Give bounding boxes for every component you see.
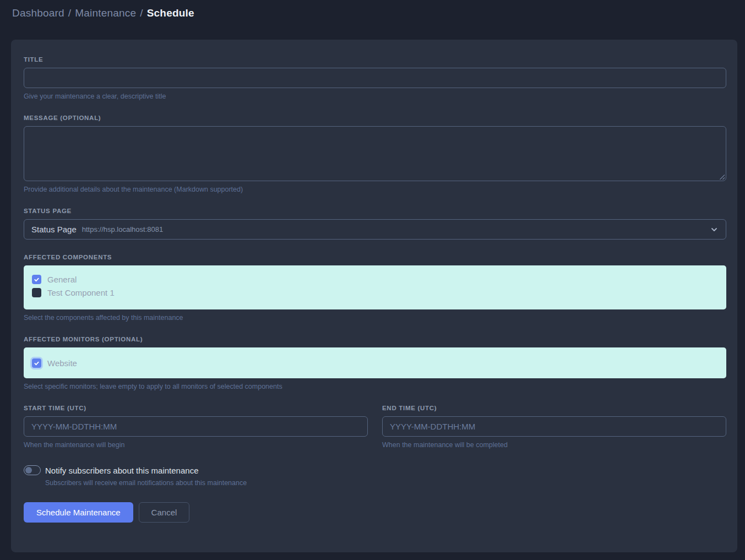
checkbox-website[interactable] [32,358,41,368]
affected-components-group: Affected Components General Test Compone… [24,254,726,322]
schedule-maintenance-button[interactable]: Schedule Maintenance [24,502,133,523]
notify-subscribers-label[interactable]: Notify subscribers about this maintenanc… [45,466,198,475]
title-helper-text: Give your maintenance a clear, descripti… [24,93,726,100]
affected-monitors-label: Affected Monitors (Optional) [24,336,726,342]
end-time-input[interactable] [382,416,726,437]
start-time-field-group: Start Time (UTC) When the maintenance wi… [24,405,368,449]
breadcrumb: Dashboard/Maintenance/Schedule [12,7,733,19]
affected-components-helper-text: Select the components affected by this m… [24,314,726,322]
time-fields-row: Start Time (UTC) When the maintenance wi… [24,405,726,449]
monitor-option-label[interactable]: Website [47,358,77,368]
notify-subscribers-toggle[interactable] [24,465,41,475]
message-field-group: Message (Optional) Provide additional de… [24,115,726,193]
status-page-selected-url: https://hsp.localhost:8081 [82,225,163,233]
breadcrumb-dashboard[interactable]: Dashboard [12,7,64,19]
title-field-group: Title Give your maintenance a clear, des… [24,56,726,100]
breadcrumb-separator: / [64,7,75,19]
affected-monitors-helper-text: Select specific monitors; leave empty to… [24,383,726,390]
cancel-button[interactable]: Cancel [139,502,190,523]
affected-components-label: Affected Components [24,254,726,260]
breadcrumb-current-schedule: Schedule [147,7,194,19]
component-option-test-component-1[interactable]: Test Component 1 [32,286,718,299]
schedule-maintenance-form-card: Title Give your maintenance a clear, des… [11,40,737,552]
status-page-label: Status Page [24,208,726,214]
affected-monitors-group: Affected Monitors (Optional) Website Sel… [24,336,726,390]
message-label: Message (Optional) [24,115,726,121]
message-helper-text: Provide additional details about the mai… [24,186,726,193]
chevron-down-icon [710,225,719,234]
title-input[interactable] [24,68,726,88]
affected-components-panel: General Test Component 1 [24,265,726,309]
start-time-input[interactable] [24,416,368,437]
status-page-select[interactable]: Status Page https://hsp.localhost:8081 [24,219,726,240]
end-time-label: End Time (UTC) [382,405,726,411]
component-option-label[interactable]: Test Component 1 [47,288,115,297]
notify-subscribers-group: Notify subscribers about this maintenanc… [24,465,726,487]
monitor-option-website[interactable]: Website [32,356,77,369]
title-label: Title [24,56,726,63]
status-page-field-group: Status Page Status Page https://hsp.loca… [24,208,726,240]
checkbox-test-component-1[interactable] [32,288,41,297]
component-option-label[interactable]: General [47,275,77,284]
notify-subscribers-helper-text: Subscribers will receive email notificat… [45,479,726,487]
checkbox-general[interactable] [32,275,41,284]
end-time-helper-text: When the maintenance will be completed [382,441,726,449]
breadcrumb-maintenance[interactable]: Maintenance [75,7,136,19]
top-header: Dashboard/Maintenance/Schedule [0,0,745,28]
message-textarea[interactable] [24,126,726,181]
toggle-knob [25,467,32,474]
end-time-field-group: End Time (UTC) When the maintenance will… [382,405,726,449]
start-time-helper-text: When the maintenance will begin [24,441,368,449]
status-page-selected-name: Status Page [31,225,77,234]
start-time-label: Start Time (UTC) [24,405,368,411]
component-option-general[interactable]: General [32,273,718,286]
form-actions-row: Schedule Maintenance Cancel [24,502,726,523]
affected-monitors-panel: Website [24,347,726,378]
breadcrumb-separator: / [136,7,146,19]
